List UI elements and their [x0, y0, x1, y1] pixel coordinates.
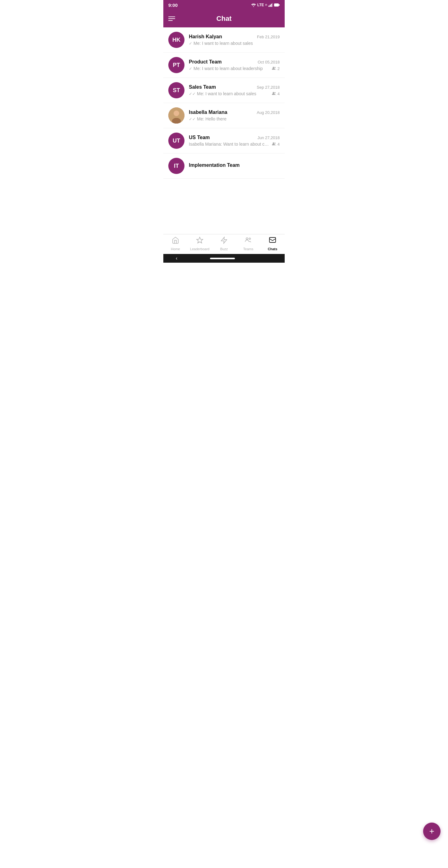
home-pill[interactable] [210, 258, 235, 259]
home-indicator: ‹ [163, 254, 285, 263]
preview-text-sales-team: Me: I want to learn about sales [197, 91, 256, 96]
svg-point-17 [275, 143, 276, 144]
chat-name-harish-kalyan: Harish Kalyan [189, 34, 222, 39]
single-check-icon: ✓ [189, 41, 192, 46]
buzz-nav-label: Buzz [220, 247, 228, 251]
avatar-isabella-mariana [168, 107, 185, 124]
chat-content-sales-team: Sales TeamSep 27,2018✓✓Me: I want to lea… [189, 84, 280, 96]
svg-point-11 [275, 92, 276, 93]
chat-content-us-team: US TeamJun 27,2018Isabella Mariana: Want… [189, 135, 280, 147]
bottom-nav: HomeLeaderboardBuzzTeamsChats [163, 234, 285, 254]
chat-name-us-team: US Team [189, 135, 210, 141]
people-icon [272, 142, 276, 146]
chat-preview-harish-kalyan: ✓Me: I want to learn about sales [189, 41, 253, 46]
preview-text-product-team: Me: I want to learn about leadership [193, 66, 263, 71]
svg-rect-3 [272, 3, 273, 7]
chats-nav-label: Chats [268, 247, 278, 251]
chat-item-implementation-team[interactable]: ITImplementation Team [163, 153, 285, 179]
hamburger-menu[interactable] [168, 17, 175, 21]
avatar-implementation-team: IT [168, 158, 185, 174]
preview-text-us-team: Isabella Mariana: Want to learn about co… [189, 142, 269, 147]
svg-rect-7 [279, 4, 280, 6]
chat-name-isabella-mariana: Isabella Mariana [189, 110, 227, 115]
chat-item-product-team[interactable]: PTProduct TeamOct 05,2018✓Me: I want to … [163, 53, 285, 78]
member-count-us-team: 4 [272, 142, 280, 147]
nav-item-leaderboard[interactable]: Leaderboard [188, 237, 212, 251]
lte-label: LTE [257, 3, 264, 7]
chat-date-us-team: Jun 27,2018 [257, 135, 280, 140]
chat-preview-sales-team: ✓✓Me: I want to learn about sales [189, 91, 256, 96]
chat-content-implementation-team: Implementation Team [189, 162, 280, 169]
svg-rect-1 [270, 5, 271, 7]
chat-item-isabella-mariana[interactable]: Isabella MarianaAug 20,2018✓✓Me: Hello t… [163, 103, 285, 128]
leaderboard-nav-icon [196, 237, 203, 246]
svg-point-10 [273, 92, 274, 94]
people-icon [272, 92, 276, 96]
svg-marker-19 [221, 237, 227, 243]
svg-point-13 [173, 111, 179, 116]
avatar-harish-kalyan: HK [168, 32, 185, 48]
chat-date-isabella-mariana: Aug 20,2018 [257, 110, 280, 115]
svg-rect-22 [269, 238, 276, 243]
svg-point-21 [249, 238, 251, 239]
avatar-product-team: PT [168, 57, 185, 73]
avatar-sales-team: ST [168, 82, 185, 98]
chat-date-product-team: Oct 05,2018 [258, 60, 280, 64]
chat-name-sales-team: Sales Team [189, 84, 216, 90]
battery-icon [274, 3, 280, 7]
svg-rect-0 [268, 6, 269, 7]
chats-nav-icon [269, 237, 276, 246]
chat-date-sales-team: Sep 27,2018 [257, 85, 280, 90]
svg-marker-18 [197, 237, 203, 243]
member-count-sales-team: 4 [272, 92, 280, 96]
chat-content-harish-kalyan: Harish KalyanFeb 21,2019✓Me: I want to l… [189, 34, 280, 46]
double-check-icon: ✓✓ [189, 117, 196, 121]
page-title: Chat [217, 14, 232, 23]
svg-point-20 [246, 238, 248, 240]
preview-text-isabella-mariana: Me: Hello there [197, 116, 226, 121]
chat-item-harish-kalyan[interactable]: HKHarish KalyanFeb 21,2019✓Me: I want to… [163, 27, 285, 53]
status-icons: LTE R [251, 3, 280, 7]
avatar-us-team: UT [168, 132, 185, 149]
chat-content-isabella-mariana: Isabella MarianaAug 20,2018✓✓Me: Hello t… [189, 110, 280, 121]
double-check-icon: ✓✓ [189, 92, 196, 96]
chat-list: HKHarish KalyanFeb 21,2019✓Me: I want to… [163, 27, 285, 234]
svg-point-8 [273, 67, 274, 68]
nav-item-teams[interactable]: Teams [236, 237, 260, 251]
people-icon [272, 67, 276, 70]
header: Chat [163, 10, 285, 27]
chat-content-product-team: Product TeamOct 05,2018✓Me: I want to le… [189, 59, 280, 71]
single-check-icon: ✓ [189, 66, 192, 71]
chat-name-product-team: Product Team [189, 59, 222, 65]
status-time: 9:00 [168, 2, 178, 8]
home-nav-label: Home [171, 247, 180, 251]
svg-rect-2 [271, 4, 272, 7]
back-arrow[interactable]: ‹ [176, 255, 177, 261]
leaderboard-nav-label: Leaderboard [190, 247, 210, 251]
chat-preview-isabella-mariana: ✓✓Me: Hello there [189, 116, 226, 121]
member-count-product-team: 2 [272, 66, 280, 71]
chat-item-sales-team[interactable]: STSales TeamSep 27,2018✓✓Me: I want to l… [163, 78, 285, 103]
nav-item-buzz[interactable]: Buzz [212, 237, 236, 251]
signal-icon [268, 3, 273, 7]
home-nav-icon [172, 237, 179, 246]
wifi-icon [251, 3, 256, 7]
nav-item-chats[interactable]: Chats [260, 237, 285, 251]
svg-point-16 [273, 143, 274, 144]
status-bar: 9:00 LTE R [163, 0, 285, 10]
svg-rect-6 [275, 4, 278, 6]
preview-text-harish-kalyan: Me: I want to learn about sales [193, 41, 253, 46]
nav-item-home[interactable]: Home [163, 237, 188, 251]
teams-nav-icon [245, 237, 252, 246]
chat-preview-us-team: Isabella Mariana: Want to learn about co… [189, 142, 269, 147]
chat-date-harish-kalyan: Feb 21,2019 [257, 35, 280, 39]
teams-nav-label: Teams [243, 247, 253, 251]
chat-item-us-team[interactable]: UTUS TeamJun 27,2018Isabella Mariana: Wa… [163, 128, 285, 153]
chat-name-implementation-team: Implementation Team [189, 162, 239, 168]
buzz-nav-icon [220, 237, 228, 246]
svg-point-9 [275, 67, 276, 68]
r-label: R [265, 3, 267, 6]
chat-preview-product-team: ✓Me: I want to learn about leadership [189, 66, 263, 71]
